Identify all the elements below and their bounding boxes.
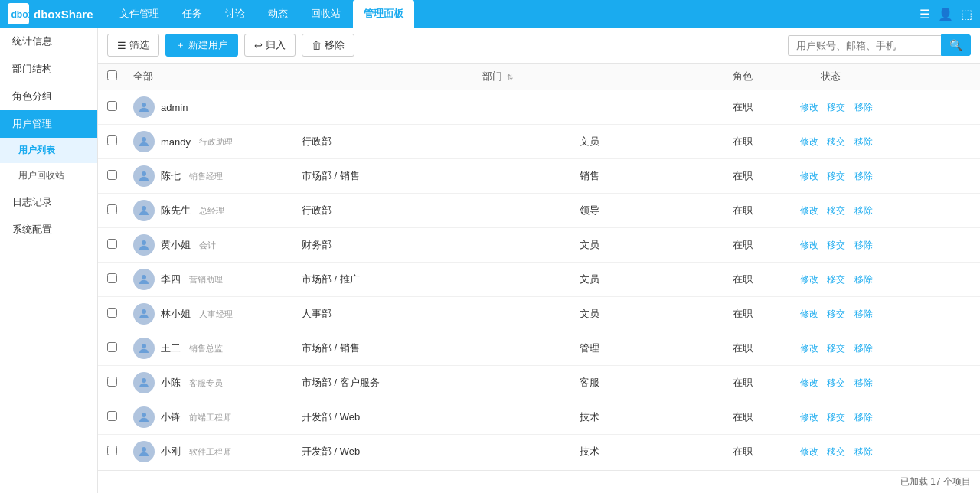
- row-checkbox[interactable]: [107, 135, 117, 145]
- row-checkbox-cell: [98, 331, 126, 366]
- role-cell: 管理: [475, 331, 704, 366]
- menu-icon[interactable]: ☰: [920, 7, 930, 21]
- search-input[interactable]: [788, 35, 941, 56]
- sidebar-sub-item-user-recycle[interactable]: 用户回收站: [0, 163, 97, 188]
- delete-button[interactable]: 🗑 移除: [302, 34, 354, 57]
- transfer-action[interactable]: 移交: [827, 343, 845, 354]
- sidebar-item-users[interactable]: 用户管理: [0, 110, 97, 138]
- edit-action[interactable]: 修改: [800, 274, 818, 285]
- table-row: 小锋 前端工程师 开发部 / Web 技术 在职 修改 移交 移除: [98, 400, 980, 435]
- nav-tab-files[interactable]: 文件管理: [109, 0, 170, 28]
- dept-cell: 人事部: [294, 297, 475, 331]
- edit-action[interactable]: 修改: [800, 171, 818, 181]
- nav-tab-recycle[interactable]: 回收站: [300, 0, 351, 28]
- remove-action[interactable]: 移除: [854, 412, 873, 423]
- th-role: 角色: [704, 64, 781, 90]
- filter-button[interactable]: ☰ 筛选: [107, 34, 159, 57]
- user-icon[interactable]: 👤: [938, 7, 953, 21]
- search-button[interactable]: 🔍: [941, 34, 971, 56]
- transfer-action[interactable]: 移交: [827, 102, 845, 113]
- transfer-action[interactable]: 移交: [827, 412, 845, 423]
- row-checkbox-cell: [98, 297, 126, 331]
- nav-tab-tasks[interactable]: 任务: [172, 0, 213, 28]
- edit-action[interactable]: 修改: [800, 412, 818, 423]
- dept-cell: 市场部 / 销售: [294, 331, 475, 366]
- select-all-checkbox[interactable]: [107, 70, 117, 80]
- user-cell: 林小姐 人事经理: [126, 297, 294, 331]
- logo: dbox dboxShare: [8, 3, 93, 24]
- edit-action[interactable]: 修改: [800, 205, 818, 216]
- edit-action[interactable]: 修改: [800, 343, 818, 354]
- remove-action[interactable]: 移除: [854, 274, 873, 285]
- remove-action[interactable]: 移除: [854, 377, 873, 388]
- edit-action[interactable]: 修改: [800, 102, 818, 113]
- transfer-action[interactable]: 移交: [827, 309, 845, 319]
- row-checkbox[interactable]: [107, 308, 117, 318]
- th-dept[interactable]: 部门 ⇅: [475, 64, 704, 90]
- edit-action[interactable]: 修改: [800, 377, 818, 388]
- svg-point-10: [142, 378, 146, 383]
- transfer-action[interactable]: 移交: [827, 274, 845, 285]
- table-row: mandy 行政助理 行政部 文员 在职 修改 移交 移除: [98, 125, 980, 159]
- transfer-action[interactable]: 移交: [827, 377, 845, 388]
- row-checkbox[interactable]: [107, 273, 117, 283]
- remove-action[interactable]: 移除: [854, 343, 873, 354]
- avatar: [133, 131, 155, 152]
- transfer-action[interactable]: 移交: [827, 136, 845, 147]
- avatar: [133, 441, 155, 462]
- restore-button[interactable]: ↩ 归入: [244, 34, 296, 57]
- remove-action[interactable]: 移除: [854, 171, 873, 181]
- remove-action[interactable]: 移除: [854, 136, 873, 147]
- sidebar-item-config[interactable]: 系统配置: [0, 216, 97, 243]
- nav-tab-discuss[interactable]: 讨论: [214, 0, 256, 28]
- new-user-button[interactable]: ＋ 新建用户: [165, 34, 238, 57]
- row-checkbox[interactable]: [107, 377, 117, 387]
- role-cell: 技术: [475, 469, 704, 471]
- user-cell: 小陈 客服专员: [126, 366, 294, 400]
- transfer-action[interactable]: 移交: [827, 171, 845, 181]
- edit-action[interactable]: 修改: [800, 446, 818, 457]
- sidebar-sub-item-user-list[interactable]: 用户列表: [0, 138, 97, 163]
- sidebar: 统计信息 部门结构 角色分组 用户管理 用户列表 用户回收站 日志记录 系统配置: [0, 28, 98, 493]
- remove-action[interactable]: 移除: [854, 205, 873, 216]
- role-cell: [475, 90, 704, 125]
- status-cell: 在职: [704, 90, 781, 125]
- nav-tab-admin[interactable]: 管理面板: [353, 0, 414, 28]
- remove-action[interactable]: 移除: [854, 309, 873, 319]
- layout: 统计信息 部门结构 角色分组 用户管理 用户列表 用户回收站 日志记录 系统配置…: [0, 28, 980, 493]
- sidebar-item-stats[interactable]: 统计信息: [0, 28, 97, 55]
- sidebar-item-roles[interactable]: 角色分组: [0, 83, 97, 110]
- action-cell: 修改 移交 移除: [781, 435, 880, 469]
- remove-action[interactable]: 移除: [854, 102, 873, 113]
- sidebar-item-dept[interactable]: 部门结构: [0, 55, 97, 83]
- avatar: [133, 372, 155, 393]
- avatar: [133, 96, 155, 118]
- row-checkbox[interactable]: [107, 101, 117, 111]
- dept-cell: 开发部 / Web: [294, 400, 475, 435]
- edit-action[interactable]: 修改: [800, 240, 818, 250]
- edit-action[interactable]: 修改: [800, 136, 818, 147]
- avatar: [133, 234, 155, 256]
- dept-cell: 行政部: [294, 125, 475, 159]
- row-checkbox[interactable]: [107, 204, 117, 214]
- transfer-action[interactable]: 移交: [827, 205, 845, 216]
- transfer-action[interactable]: 移交: [827, 446, 845, 457]
- row-checkbox[interactable]: [107, 342, 117, 352]
- status-cell: 在职: [704, 400, 781, 435]
- sidebar-item-logs[interactable]: 日志记录: [0, 188, 97, 216]
- row-checkbox[interactable]: [107, 170, 117, 180]
- transfer-action[interactable]: 移交: [827, 240, 845, 250]
- user-cell: 陈先生 总经理: [126, 194, 294, 228]
- row-checkbox-cell: [98, 228, 126, 263]
- nav-tab-activity[interactable]: 动态: [257, 0, 299, 28]
- status-cell: 在职: [704, 297, 781, 331]
- logout-icon[interactable]: ⬚: [961, 7, 972, 21]
- row-checkbox[interactable]: [107, 239, 117, 249]
- edit-action[interactable]: 修改: [800, 309, 818, 319]
- svg-text:dbox: dbox: [11, 9, 29, 20]
- remove-action[interactable]: 移除: [854, 240, 873, 250]
- row-checkbox[interactable]: [107, 411, 117, 421]
- table-row: 小刚 软件工程师 开发部 / Web 技术 在职 修改 移交 移除: [98, 435, 980, 469]
- remove-action[interactable]: 移除: [854, 446, 873, 457]
- row-checkbox[interactable]: [107, 446, 117, 455]
